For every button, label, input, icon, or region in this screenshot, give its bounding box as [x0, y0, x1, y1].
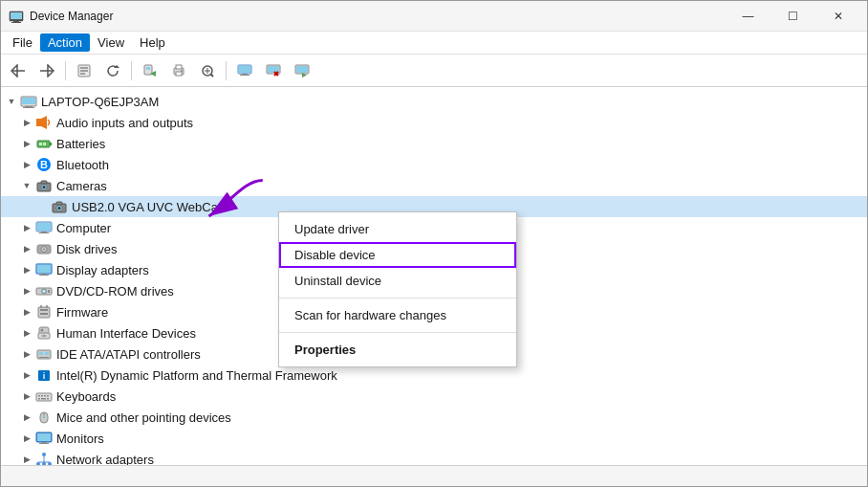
tree-intel[interactable]: ▶ i Intel(R) Dynamic Platform and Therma…	[1, 365, 867, 386]
svg-rect-92	[41, 398, 46, 400]
expand-batteries[interactable]: ▶	[20, 137, 33, 150]
svg-rect-71	[40, 309, 48, 311]
svg-rect-89	[44, 395, 46, 397]
tree-batteries[interactable]: ▶ Batteries	[1, 133, 867, 154]
menu-action[interactable]: Action	[40, 33, 90, 52]
expand-intel[interactable]: ▶	[20, 368, 33, 382]
maximize-button[interactable]: ☐	[771, 1, 814, 32]
expand-computer[interactable]: ▶	[20, 221, 33, 234]
svg-rect-99	[41, 442, 47, 443]
toolbar-sep-2	[131, 61, 132, 80]
context-disable-device[interactable]: Disable device	[279, 242, 516, 268]
audio-icon	[35, 114, 53, 131]
expand-ide[interactable]: ▶	[20, 347, 33, 361]
forward-button[interactable]	[33, 57, 60, 84]
expand-network[interactable]: ▶	[20, 453, 33, 465]
mice-label: Mice and other pointing devices	[56, 410, 231, 425]
svg-rect-50	[41, 181, 47, 184]
add-button[interactable]	[289, 57, 315, 84]
expand-bluetooth[interactable]: ▶	[20, 158, 33, 171]
svg-rect-63	[37, 265, 51, 273]
svg-rect-26	[242, 74, 248, 75]
svg-rect-42	[50, 143, 52, 145]
svg-rect-43	[39, 143, 42, 145]
svg-text:B: B	[40, 159, 48, 170]
context-separator-2	[279, 332, 516, 333]
computer-button[interactable]	[231, 57, 258, 84]
bluetooth-icon: B	[35, 156, 53, 173]
svg-rect-37	[25, 106, 33, 107]
hid-label: Human Interface Devices	[56, 326, 196, 341]
expand-display[interactable]: ▶	[20, 263, 33, 277]
expand-dvd[interactable]: ▶	[20, 284, 33, 298]
scan-button[interactable]	[194, 57, 221, 84]
svg-rect-64	[41, 274, 47, 275]
menu-file[interactable]: File	[5, 33, 40, 52]
menu-help[interactable]: Help	[132, 33, 173, 52]
monitors-label: Monitors	[56, 432, 104, 446]
expand-cameras[interactable]: ▼	[20, 179, 33, 192]
expand-disk[interactable]: ▶	[20, 242, 33, 255]
mice-icon	[35, 409, 53, 426]
status-bar	[1, 465, 867, 486]
svg-rect-81	[39, 352, 43, 355]
cameras-label: Cameras	[56, 179, 107, 193]
svg-rect-25	[239, 66, 250, 73]
print-button[interactable]	[165, 57, 192, 84]
svg-rect-2	[13, 21, 19, 22]
menu-bar: File Action View Help	[1, 32, 867, 55]
context-uninstall-device[interactable]: Uninstall device	[279, 268, 516, 294]
remove-button[interactable]	[260, 57, 287, 84]
title-bar: Device Manager — ☐ ✕	[1, 1, 867, 32]
svg-rect-58	[39, 232, 49, 233]
context-update-driver[interactable]: Update driver	[279, 216, 516, 242]
update-driver-button[interactable]	[137, 57, 163, 84]
ide-icon	[35, 345, 53, 363]
back-button[interactable]	[5, 57, 32, 84]
svg-rect-91	[38, 398, 40, 400]
svg-rect-38	[23, 107, 34, 108]
svg-rect-57	[41, 232, 47, 232]
svg-marker-40	[41, 116, 47, 129]
expand-hid[interactable]: ▶	[20, 326, 33, 340]
dvd-label: DVD/CD-ROM drives	[56, 284, 174, 299]
svg-rect-100	[39, 443, 49, 444]
tree-audio[interactable]: ▶ Audio inputs and outputs	[1, 112, 867, 133]
svg-rect-44	[43, 143, 46, 145]
disk-label: Disk drives	[56, 242, 118, 256]
batteries-icon	[35, 135, 53, 152]
expand-audio[interactable]: ▶	[20, 116, 33, 129]
network-label: Network adapters	[56, 453, 154, 466]
webcam-label: USB2.0 VGA UVC WebCam	[72, 200, 228, 214]
context-properties[interactable]: Properties	[279, 337, 516, 363]
expand-root[interactable]: ▼	[5, 95, 18, 108]
svg-point-76	[41, 329, 44, 332]
tree-network[interactable]: ▶ Network adapters	[1, 449, 867, 465]
tree-monitors[interactable]: ▶ Monitors	[1, 428, 867, 449]
expand-monitors[interactable]: ▶	[20, 432, 33, 445]
close-button[interactable]: ✕	[816, 1, 859, 32]
minimize-button[interactable]: —	[727, 1, 770, 32]
svg-rect-18	[176, 72, 182, 76]
context-scan-hardware[interactable]: Scan for hardware changes	[279, 302, 516, 328]
tree-mice[interactable]: ▶ Mice and other pointing devices	[1, 407, 867, 428]
bluetooth-label: Bluetooth	[56, 158, 109, 172]
menu-view[interactable]: View	[90, 33, 132, 52]
tree-keyboards[interactable]: ▶ Keyboards	[1, 386, 867, 407]
tree-bluetooth[interactable]: ▶ B Bluetooth	[1, 154, 867, 175]
expand-keyboards[interactable]: ▶	[20, 389, 33, 403]
svg-rect-70	[38, 307, 50, 318]
svg-rect-65	[39, 275, 49, 276]
tree-cameras[interactable]: ▼ Cameras	[1, 175, 867, 196]
tree-root[interactable]: ▼ LAPTOP-Q6EJP3AM	[1, 91, 867, 112]
intel-icon: i	[35, 366, 53, 384]
refresh-button[interactable]	[99, 57, 126, 84]
expand-firmware[interactable]: ▶	[20, 305, 33, 319]
svg-rect-14	[146, 67, 150, 70]
display-icon	[35, 261, 53, 278]
window-title: Device Manager	[30, 10, 727, 23]
properties-button[interactable]	[71, 57, 98, 84]
svg-rect-54	[56, 202, 62, 205]
svg-rect-27	[240, 75, 250, 76]
expand-mice[interactable]: ▶	[20, 410, 33, 424]
